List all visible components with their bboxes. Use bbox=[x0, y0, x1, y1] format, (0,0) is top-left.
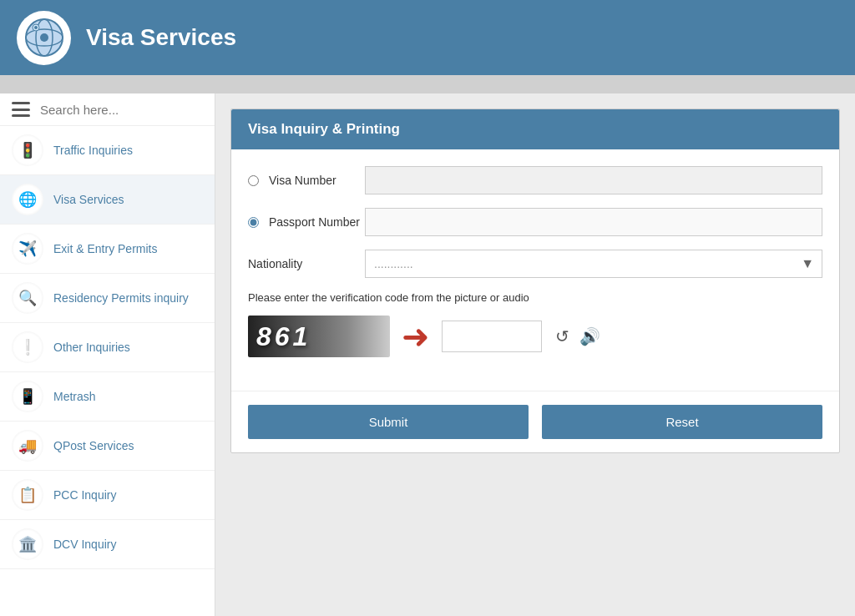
visa-number-row: Visa Number bbox=[248, 166, 822, 194]
sidebar-item-traffic[interactable]: 🚦 Traffic Inquiries bbox=[0, 126, 215, 175]
captcha-action-icons: ↺ 🔊 bbox=[554, 325, 602, 348]
sidebar-label-pcc: PCC Inquiry bbox=[53, 488, 116, 502]
visa-icon: 🌐 bbox=[12, 184, 43, 215]
captcha-row: 861 ➜ ↺ 🔊 bbox=[248, 316, 822, 357]
visa-number-input[interactable] bbox=[365, 166, 822, 194]
residency-icon: 🔍 bbox=[12, 282, 43, 314]
dcv-icon: 🏛️ bbox=[12, 528, 43, 560]
search-input[interactable] bbox=[40, 103, 203, 117]
captcha-image: 861 bbox=[248, 316, 390, 357]
sidebar-label-qpost: QPost Services bbox=[53, 439, 134, 452]
app-header: Visa Services bbox=[0, 0, 855, 75]
refresh-captcha-button[interactable]: ↺ bbox=[554, 325, 571, 348]
captcha-arrow-icon: ➜ bbox=[402, 317, 430, 356]
passport-number-label: Passport Number bbox=[248, 215, 365, 229]
sidebar-item-dcv[interactable]: 🏛️ DCV Inquiry bbox=[0, 520, 215, 569]
sidebar-label-dcv: DCV Inquiry bbox=[53, 538, 116, 551]
form-body: Visa Number Passport Number Nationality bbox=[231, 149, 839, 391]
visa-inquiry-panel: Visa Inquiry & Printing Visa Number Pass… bbox=[230, 109, 840, 453]
sidebar-item-qpost[interactable]: 🚚 QPost Services bbox=[0, 422, 215, 471]
nationality-row: Nationality ............ ▼ bbox=[248, 250, 822, 278]
form-panel-title: Visa Inquiry & Printing bbox=[231, 109, 839, 149]
sidebar-item-other[interactable]: ❕ Other Inquiries bbox=[0, 323, 215, 372]
sidebar: 🚦 Traffic Inquiries 🌐 Visa Services ✈️ E… bbox=[0, 93, 215, 616]
sub-header-bar bbox=[0, 75, 855, 93]
submit-button[interactable]: Submit bbox=[248, 405, 529, 439]
traffic-icon: 🚦 bbox=[12, 134, 43, 166]
passport-number-input[interactable] bbox=[365, 208, 822, 236]
sidebar-item-visa[interactable]: 🌐 Visa Services bbox=[0, 175, 215, 225]
other-icon: ❕ bbox=[12, 331, 43, 363]
visa-number-label: Visa Number bbox=[248, 174, 365, 187]
passport-number-row: Passport Number bbox=[248, 208, 822, 236]
app-logo bbox=[17, 11, 71, 65]
audio-captcha-button[interactable]: 🔊 bbox=[578, 325, 602, 348]
app-title: Visa Services bbox=[86, 24, 236, 51]
sidebar-label-other: Other Inquiries bbox=[53, 341, 130, 354]
sidebar-item-pcc[interactable]: 📋 PCC Inquiry bbox=[0, 471, 215, 520]
sidebar-search-bar[interactable] bbox=[0, 93, 215, 126]
form-footer: Submit Reset bbox=[231, 391, 839, 452]
sidebar-label-residency: Residency Permits inquiry bbox=[53, 291, 189, 305]
captcha-background: 861 bbox=[248, 316, 390, 357]
sidebar-item-metrash[interactable]: 📱 Metrash bbox=[0, 372, 215, 422]
metrash-icon: 📱 bbox=[12, 381, 43, 412]
pcc-icon: 📋 bbox=[12, 479, 43, 511]
nationality-select[interactable]: ............ bbox=[365, 250, 822, 278]
sidebar-item-exit[interactable]: ✈️ Exit & Entry Permits bbox=[0, 225, 215, 274]
sidebar-label-visa: Visa Services bbox=[53, 193, 124, 206]
captcha-input[interactable] bbox=[442, 321, 542, 352]
sidebar-label-metrash: Metrash bbox=[53, 390, 96, 403]
hamburger-icon[interactable] bbox=[12, 102, 30, 117]
svg-point-5 bbox=[34, 26, 38, 29]
captcha-note: Please enter the verification code from … bbox=[248, 291, 822, 304]
sidebar-item-residency[interactable]: 🔍 Residency Permits inquiry bbox=[0, 274, 215, 323]
passport-number-radio[interactable] bbox=[248, 217, 259, 228]
nationality-select-wrapper: ............ ▼ bbox=[365, 250, 822, 278]
qpost-icon: 🚚 bbox=[12, 430, 43, 462]
visa-number-radio[interactable] bbox=[248, 175, 259, 186]
sidebar-label-traffic: Traffic Inquiries bbox=[53, 144, 133, 157]
svg-point-3 bbox=[40, 33, 48, 42]
captcha-code: 861 bbox=[256, 321, 311, 352]
sidebar-label-exit: Exit & Entry Permits bbox=[53, 242, 157, 255]
reset-button[interactable]: Reset bbox=[542, 405, 822, 439]
exit-icon: ✈️ bbox=[12, 233, 43, 265]
main-content: Visa Inquiry & Printing Visa Number Pass… bbox=[215, 93, 855, 616]
nationality-label: Nationality bbox=[248, 257, 365, 270]
